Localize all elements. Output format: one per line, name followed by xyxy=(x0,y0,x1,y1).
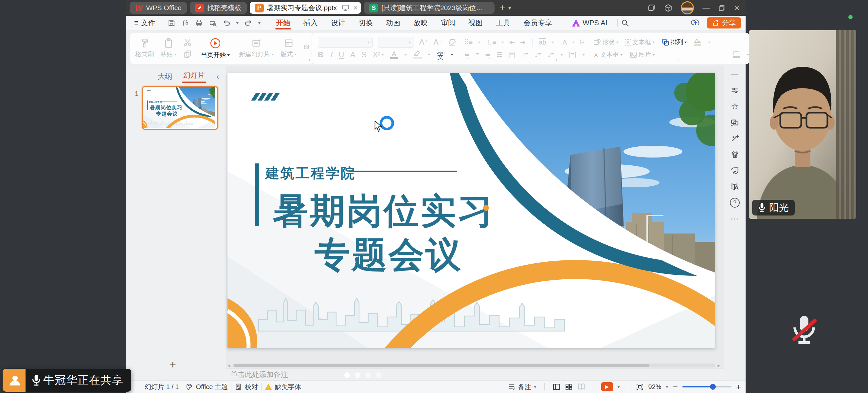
layout-button[interactable]: 版式 xyxy=(277,38,300,59)
scroll-right-icon[interactable]: ▸ xyxy=(717,363,720,368)
tab-slides[interactable]: 幻灯片 xyxy=(183,70,205,83)
justify-button[interactable]: ☰ xyxy=(497,51,502,59)
superscript-button[interactable]: X² xyxy=(373,51,384,59)
textbox-h-button[interactable]: A 文本框 xyxy=(625,38,655,47)
webcam-video[interactable]: 阳光 xyxy=(749,30,856,219)
minimize-button[interactable]: — xyxy=(703,4,710,12)
restore-button[interactable] xyxy=(718,4,725,11)
bullets-button[interactable]: ⠿≡ xyxy=(464,38,473,46)
fit-to-window-icon[interactable] xyxy=(636,383,644,390)
horizontal-scrollbar[interactable]: ◂ ▸ xyxy=(226,363,720,368)
book-search-icon[interactable] xyxy=(731,182,739,191)
file-menu[interactable]: ≡ 文件 xyxy=(131,18,159,28)
collapse-panel-icon[interactable]: ‹ xyxy=(216,72,219,82)
normal-view-icon[interactable] xyxy=(553,383,560,390)
para-group-expand-icon[interactable]: ⌟ xyxy=(677,56,680,62)
copy-button[interactable] xyxy=(183,50,192,58)
line-spacing-down-button[interactable]: ↓≡ xyxy=(534,51,542,59)
menu-member[interactable]: 会员专享 xyxy=(517,16,559,30)
text-direction-button[interactable]: ↓A xyxy=(559,39,567,46)
new-slide-button[interactable]: 新建幻灯片 xyxy=(236,38,277,59)
menu-transition[interactable]: 切换 xyxy=(352,16,379,30)
help-icon[interactable]: ? xyxy=(730,198,740,207)
effects-star-icon[interactable]: ☆ xyxy=(731,102,739,111)
distribute-button[interactable]: |≡| xyxy=(508,51,516,59)
cut-button[interactable] xyxy=(183,39,192,47)
notes-bar[interactable]: 单击此处添加备注 xyxy=(226,368,724,380)
align-right-button[interactable]: ➡̲ xyxy=(485,51,491,59)
decrease-indent-button[interactable]: ⇤ xyxy=(509,38,515,46)
proofing-button[interactable]: 校对 xyxy=(235,383,258,391)
theme-outfit-icon[interactable] xyxy=(731,150,739,159)
clear-format-button[interactable] xyxy=(448,38,456,46)
slide-switch-icon[interactable] xyxy=(731,118,739,127)
toolbar-more-chevron[interactable]: ▾ xyxy=(258,20,260,26)
muted-mic-icon[interactable] xyxy=(789,314,819,345)
play-options-chevron[interactable]: ▾ xyxy=(618,384,620,389)
export-pdf-icon[interactable] xyxy=(181,19,189,27)
share-screen-icon[interactable] xyxy=(342,5,349,11)
close-window-button[interactable]: × xyxy=(734,2,740,13)
tab-outline[interactable]: 大纲 xyxy=(158,72,172,82)
object-properties-icon[interactable] xyxy=(731,86,739,95)
add-slide-button[interactable]: + xyxy=(169,358,176,371)
strikethrough-a-button[interactable]: A xyxy=(350,51,355,59)
menu-insert[interactable]: 插入 xyxy=(297,16,324,30)
save-icon[interactable] xyxy=(167,19,176,27)
font-size-combo[interactable] xyxy=(378,37,414,48)
bold-button[interactable]: B xyxy=(318,51,323,59)
close-tab-icon[interactable]: × xyxy=(353,3,358,12)
char-spacing-button[interactable]: ab xyxy=(539,39,546,46)
search-icon[interactable] xyxy=(621,19,629,27)
print-icon[interactable] xyxy=(195,19,203,27)
decrease-font-button[interactable]: A⁻ xyxy=(433,38,442,47)
scroll-left-icon[interactable]: ◂ xyxy=(228,363,230,368)
zoom-slider-knob[interactable] xyxy=(710,384,716,390)
line-spacing-up-button[interactable]: ↑≡ xyxy=(521,51,529,59)
font-family-combo[interactable] xyxy=(318,37,373,48)
vertical-align-button[interactable]: [≡] xyxy=(569,51,577,59)
zoom-in-button[interactable]: + xyxy=(736,382,741,392)
fill-color-button[interactable] xyxy=(693,38,702,46)
slide-sorter-icon[interactable] xyxy=(565,383,573,390)
user-avatar[interactable] xyxy=(681,1,694,14)
paste-button[interactable]: 粘贴 xyxy=(157,38,180,59)
italic-button[interactable]: I xyxy=(330,51,333,59)
reading-view-icon[interactable] xyxy=(577,383,585,390)
menu-design[interactable]: 设计 xyxy=(324,16,352,30)
tab-overview-icon[interactable] xyxy=(648,4,656,12)
magic-wand-icon[interactable] xyxy=(731,134,739,143)
font-color-button[interactable]: A xyxy=(390,51,398,59)
textbox-v-button[interactable]: A 文本框 xyxy=(593,51,623,59)
picture-button[interactable]: 图片 xyxy=(629,51,655,59)
zoom-level[interactable]: 92% xyxy=(648,383,661,391)
tab-current-pptx[interactable]: P 暑期实习专题会议.pptx × xyxy=(250,2,361,14)
strikethrough-button[interactable]: S xyxy=(362,51,367,59)
tab-list-chevron[interactable]: ▾ xyxy=(508,4,511,11)
outline-color-button[interactable] xyxy=(733,51,740,58)
missing-fonts-warning[interactable]: ! 缺失字体 xyxy=(265,383,301,391)
share-button[interactable]: 分享 xyxy=(707,17,741,29)
menu-home[interactable]: 开始 xyxy=(269,16,297,30)
slide-thumbnail[interactable] xyxy=(142,86,218,130)
slide-canvas[interactable] xyxy=(227,73,715,348)
workspace-cube-icon[interactable] xyxy=(664,4,672,12)
cloud-upload-icon[interactable] xyxy=(691,18,701,28)
menu-view[interactable]: 视图 xyxy=(462,16,489,30)
tab-wps-home[interactable]: W WPS Office xyxy=(130,2,187,14)
start-from-current-button[interactable]: 当页开始 xyxy=(198,38,233,59)
undo-chevron[interactable]: ▾ xyxy=(236,20,239,26)
phonetic-guide-button[interactable]: wén 文 xyxy=(437,51,444,59)
collapse-rail-icon[interactable]: — xyxy=(731,70,738,79)
highlight-color-button[interactable] xyxy=(413,50,422,59)
increase-font-button[interactable]: A⁺ xyxy=(419,38,428,47)
theme-indicator[interactable]: Office 主题 xyxy=(186,383,227,391)
tab-docer-templates[interactable]: 找稻壳模板 xyxy=(190,2,247,14)
tab-readonly-doc[interactable]: S [只读]建筑工程学院2023级岗位实习 xyxy=(364,2,495,14)
undo-icon[interactable] xyxy=(223,19,230,27)
new-tab-button[interactable]: + xyxy=(499,2,505,13)
increase-indent-button[interactable]: ⇥ xyxy=(520,38,526,46)
redo-icon[interactable] xyxy=(245,19,252,27)
slide-editor[interactable]: ◂ ▸ 单击此处添加备注 xyxy=(226,66,724,380)
underline-button[interactable]: U xyxy=(339,51,344,59)
